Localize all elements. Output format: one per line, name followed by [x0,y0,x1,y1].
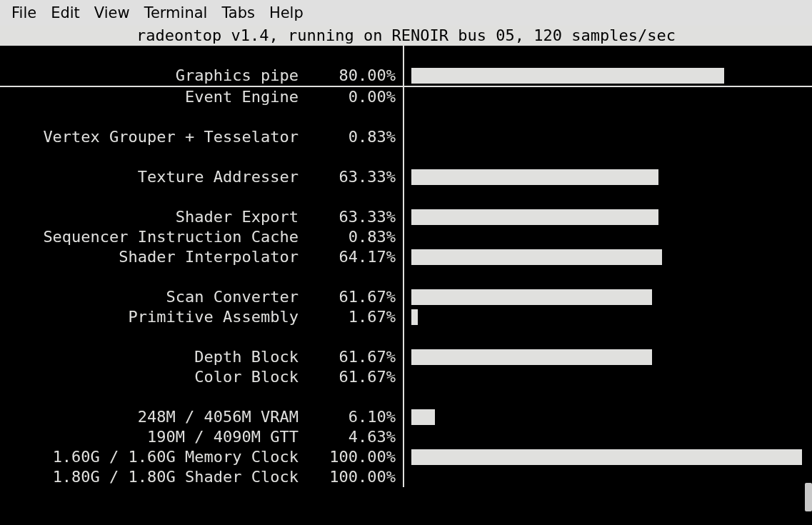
metric-label: Event Engine [0,87,309,107]
metric-label: Shader Interpolator [0,247,309,267]
metric-percent: 100.00% [309,447,403,467]
metric-bar-cell [404,287,812,307]
metric-label: Sequencer Instruction Cache [0,227,309,247]
usage-bar [411,409,435,425]
metric-label: Scan Converter [0,287,309,307]
metric-row: Event Engine0.00% [0,87,812,107]
metric-bar-cell [404,87,812,107]
usage-bar [411,449,802,465]
app-title-line: radeontop v1.4, running on RENOIR bus 05… [0,26,812,46]
metric-bar-cell [404,467,812,487]
scrollbar[interactable] [803,26,812,487]
metric-percent: 0.00% [309,87,403,107]
metric-percent: 6.10% [309,407,403,427]
metric-row: 1.80G / 1.80G Shader Clock100.00% [0,467,812,487]
terminal-output: radeontop v1.4, running on RENOIR bus 05… [0,26,812,487]
menu-view[interactable]: View [89,3,136,23]
spacer-row [0,147,812,167]
metric-bar-cell [404,66,812,86]
metric-percent: 0.83% [309,127,403,147]
metric-label: Primitive Assembly [0,307,309,327]
metric-percent: 61.67% [309,287,403,307]
metric-bar-cell [404,247,812,267]
metric-row: Primitive Assembly1.67% [0,307,812,327]
metric-row: Sequencer Instruction Cache0.83% [0,227,812,247]
metric-row: Graphics pipe80.00% [0,66,812,86]
metric-label: 1.80G / 1.80G Shader Clock [0,467,309,487]
usage-bar [411,68,724,84]
metric-bar-cell [404,207,812,227]
metric-percent: 61.67% [309,367,403,387]
metric-row: 190M / 4090M GTT4.63% [0,427,812,447]
metric-label: Depth Block [0,347,309,367]
usage-bar [411,249,662,265]
metric-row: Shader Export63.33% [0,207,812,227]
menu-tabs[interactable]: Tabs [216,3,261,23]
metric-percent: 63.33% [309,167,403,187]
usage-bar [411,289,652,305]
metric-percent: 80.00% [309,66,403,86]
usage-bar [411,309,418,325]
usage-bar [411,209,658,225]
metric-row: Vertex Grouper + Tesselator0.83% [0,127,812,147]
metric-percent: 63.33% [309,207,403,227]
usage-bar [411,169,658,185]
metric-label: Texture Addresser [0,167,309,187]
metric-label: 248M / 4056M VRAM [0,407,309,427]
metric-bar-cell [404,447,812,467]
spacer-row [0,187,812,207]
metrics-list: Graphics pipe80.00%Event Engine0.00%Vert… [0,46,812,487]
metric-percent: 100.00% [309,467,403,487]
metric-percent: 4.63% [309,427,403,447]
metric-label: Color Block [0,367,309,387]
scrollbar-thumb[interactable] [805,483,812,511]
metric-label: 190M / 4090M GTT [0,427,309,447]
menu-help[interactable]: Help [264,3,309,23]
metric-row: 248M / 4056M VRAM6.10% [0,407,812,427]
spacer-row [0,267,812,287]
metric-row: Depth Block61.67% [0,347,812,367]
metric-percent: 64.17% [309,247,403,267]
spacer-row [0,107,812,127]
metric-row: 1.60G / 1.60G Memory Clock100.00% [0,447,812,467]
metric-label: 1.60G / 1.60G Memory Clock [0,447,309,467]
spacer-row [0,46,812,66]
spacer-row [0,387,812,407]
metric-row: Color Block61.67% [0,367,812,387]
metric-row: Shader Interpolator64.17% [0,247,812,267]
metric-label: Shader Export [0,207,309,227]
metric-percent: 61.67% [309,347,403,367]
metric-percent: 1.67% [309,307,403,327]
menu-edit[interactable]: Edit [45,3,86,23]
menu-file[interactable]: File [6,3,42,23]
menubar: File Edit View Terminal Tabs Help [0,0,812,26]
metric-bar-cell [404,127,812,147]
metric-row: Scan Converter61.67% [0,287,812,307]
metric-bar-cell [404,367,812,387]
menu-terminal[interactable]: Terminal [139,3,214,23]
metric-bar-cell [404,407,812,427]
metric-label: Graphics pipe [0,66,309,86]
metric-row: Texture Addresser63.33% [0,167,812,187]
metric-percent: 0.83% [309,227,403,247]
metric-bar-cell [404,427,812,447]
metric-label: Vertex Grouper + Tesselator [0,127,309,147]
spacer-row [0,327,812,347]
metric-bar-cell [404,307,812,327]
usage-bar [411,349,652,365]
metric-bar-cell [404,347,812,367]
metric-bar-cell [404,227,812,247]
metric-bar-cell [404,167,812,187]
